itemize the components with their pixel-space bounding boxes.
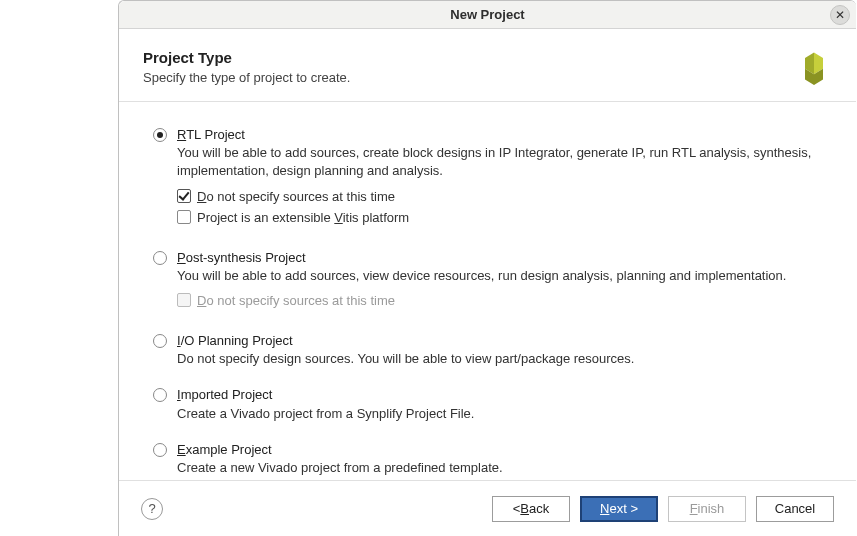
finish-button: Finish bbox=[668, 496, 746, 522]
footer: ? < Back Next > Finish Cancel bbox=[119, 480, 856, 536]
vivado-logo-icon bbox=[796, 49, 832, 85]
option-example: Example Project Create a new Vivado proj… bbox=[153, 441, 828, 477]
next-button[interactable]: Next > bbox=[580, 496, 658, 522]
rtl-no-sources-row[interactable]: Do not specify sources at this time bbox=[177, 189, 828, 204]
radio-rtl[interactable] bbox=[153, 128, 167, 142]
checkbox-rtl-vitis[interactable] bbox=[177, 210, 191, 224]
checkbox-rtl-no-sources[interactable] bbox=[177, 189, 191, 203]
radio-imported[interactable] bbox=[153, 388, 167, 402]
header-text: Project Type Specify the type of project… bbox=[143, 49, 784, 85]
option-rtl-desc: You will be able to add sources, create … bbox=[177, 144, 828, 180]
option-io: I/O Planning Project Do not specify desi… bbox=[153, 332, 828, 368]
option-example-desc: Create a new Vivado project from a prede… bbox=[177, 459, 828, 477]
options-body: RTL Project You will be able to add sour… bbox=[119, 102, 856, 480]
page-subtitle: Specify the type of project to create. bbox=[143, 70, 784, 85]
radio-io[interactable] bbox=[153, 334, 167, 348]
new-project-dialog: New Project ✕ Project Type Specify the t… bbox=[118, 0, 856, 536]
close-button[interactable]: ✕ bbox=[830, 5, 850, 25]
help-icon: ? bbox=[148, 501, 155, 516]
rtl-vitis-row[interactable]: Project is an extensible Vitis platform bbox=[177, 210, 828, 225]
titlebar: New Project ✕ bbox=[119, 1, 856, 29]
radio-postsynth[interactable] bbox=[153, 251, 167, 265]
option-imported-title: Imported Project bbox=[177, 386, 828, 404]
option-rtl: RTL Project You will be able to add sour… bbox=[153, 126, 828, 231]
option-io-desc: Do not specify design sources. You will … bbox=[177, 350, 828, 368]
option-postsynth-desc: You will be able to add sources, view de… bbox=[177, 267, 828, 285]
page-title: Project Type bbox=[143, 49, 784, 66]
option-example-title: Example Project bbox=[177, 441, 828, 459]
option-rtl-title: RTL Project bbox=[177, 126, 828, 144]
close-icon: ✕ bbox=[835, 9, 845, 21]
option-io-title: I/O Planning Project bbox=[177, 332, 828, 350]
back-button[interactable]: < Back bbox=[492, 496, 570, 522]
option-imported-desc: Create a Vivado project from a Synplify … bbox=[177, 405, 828, 423]
radio-example[interactable] bbox=[153, 443, 167, 457]
window-title: New Project bbox=[450, 7, 524, 22]
option-postsynth: Post-synthesis Project You will be able … bbox=[153, 249, 828, 314]
option-postsynth-title: Post-synthesis Project bbox=[177, 249, 828, 267]
help-button[interactable]: ? bbox=[141, 498, 163, 520]
option-imported: Imported Project Create a Vivado project… bbox=[153, 386, 828, 422]
cancel-button[interactable]: Cancel bbox=[756, 496, 834, 522]
header: Project Type Specify the type of project… bbox=[119, 29, 856, 102]
postsynth-no-sources-row: Do not specify sources at this time bbox=[177, 293, 828, 308]
checkbox-postsynth-no-sources bbox=[177, 293, 191, 307]
